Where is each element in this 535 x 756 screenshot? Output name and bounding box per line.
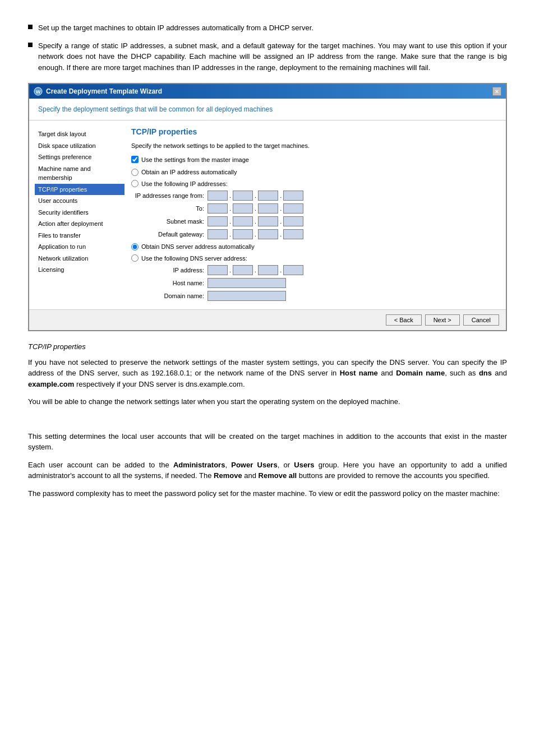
domain-row: Domain name: xyxy=(131,291,494,301)
domain-input[interactable] xyxy=(207,291,286,301)
ip-from-2[interactable] xyxy=(233,191,253,201)
radio-dns-auto-row: Obtain DNS server address automatically xyxy=(131,242,494,252)
bullet-icon-1 xyxy=(28,25,33,29)
wizard-content: TCP/IP properties Specify the network se… xyxy=(124,126,500,304)
ip-to-row: To: . . . xyxy=(131,203,494,214)
radio-obtain-auto-label: Obtain an IP address automatically xyxy=(141,168,237,177)
dns-ip-label: IP address: xyxy=(131,266,204,275)
bullet-list: Set up the target machines to obtain IP … xyxy=(28,22,507,73)
radio-dns-auto-label: Obtain DNS server address automatically xyxy=(141,242,255,252)
nav-application[interactable]: Application to run xyxy=(35,241,124,253)
bullet-icon-2 xyxy=(28,43,33,47)
ip-from-4[interactable] xyxy=(283,191,303,201)
subnet-row: Subnet mask: . . . xyxy=(131,216,494,226)
bullet-item-1: Set up the target machines to obtain IP … xyxy=(28,22,507,34)
gateway-3[interactable] xyxy=(258,229,278,239)
bullet-text-1: Set up the target machines to obtain IP … xyxy=(38,22,313,34)
radio-obtain-auto-row: Obtain an IP address automatically xyxy=(131,168,494,177)
nav-licensing[interactable]: Licensing xyxy=(35,264,124,276)
nav-security-id[interactable]: Security identifiers xyxy=(35,207,124,219)
ip-to-fields: . . . xyxy=(207,203,303,214)
wizard-dialog: W Create Deployment Template Wizard × Sp… xyxy=(28,83,507,331)
tcpip-section-title: TCP/IP properties xyxy=(28,341,507,353)
use-master-label: Use the settings from the master image xyxy=(141,155,249,165)
subnet-label: Subnet mask: xyxy=(131,217,204,226)
nav-network-util[interactable]: Network utilization xyxy=(35,253,124,265)
nav-user-accounts[interactable]: User accounts xyxy=(35,195,124,207)
radio-obtain-auto[interactable] xyxy=(131,169,139,176)
gateway-4[interactable] xyxy=(283,229,303,239)
accounts-para-2: Each user account can be added to the Ad… xyxy=(28,460,507,481)
gateway-2[interactable] xyxy=(233,229,253,239)
nav-tcpip[interactable]: TCP/IP properties xyxy=(35,184,124,196)
radio-dns-manual-row: Use the following DNS server address: xyxy=(131,254,494,263)
ip-to-2[interactable] xyxy=(233,203,253,214)
nav-target-disk[interactable]: Target disk layout xyxy=(35,128,124,140)
dns-ip-3[interactable] xyxy=(258,265,278,275)
nav-disk-space[interactable]: Disk space utilization xyxy=(35,140,124,152)
gateway-label: Default gateway: xyxy=(131,230,204,239)
ip-from-3[interactable] xyxy=(258,191,278,201)
accounts-para-1: This setting determines the local user a… xyxy=(28,431,507,453)
accounts-para-3: The password complexity has to meet the … xyxy=(28,488,507,499)
ip-from-label: IP addresses range from: xyxy=(131,191,204,201)
dns-ip-1[interactable] xyxy=(207,265,228,275)
radio-dns-manual[interactable] xyxy=(131,254,139,262)
radio-dns-manual-label: Use the following DNS server address: xyxy=(141,254,247,263)
cancel-button[interactable]: Cancel xyxy=(463,314,499,326)
nav-machine-name[interactable]: Machine name and membership xyxy=(35,163,124,184)
svg-text:W: W xyxy=(36,89,41,95)
ip-from-row: IP addresses range from: . . . xyxy=(131,191,494,201)
subnet-4[interactable] xyxy=(283,216,303,226)
dns-ip-4[interactable] xyxy=(283,265,303,275)
domain-label: Domain name: xyxy=(131,291,204,301)
ip-to-label: To: xyxy=(131,204,204,214)
ip-to-3[interactable] xyxy=(258,203,278,214)
use-master-checkbox[interactable] xyxy=(131,156,139,163)
wizard-icon: W xyxy=(34,87,43,96)
tcpip-para-2: You will be able to change the network s… xyxy=(28,396,507,407)
content-description: Specify the network settings to be appli… xyxy=(131,141,494,151)
ip-from-1[interactable] xyxy=(207,191,228,201)
wizard-subtitle: Specify the deployment settings that wil… xyxy=(29,99,506,120)
nav-files-transfer[interactable]: Files to transfer xyxy=(35,230,124,242)
dns-ip-row: IP address: . . . xyxy=(131,265,494,275)
radio-use-following-row: Use the following IP addresses: xyxy=(131,179,494,189)
subnet-1[interactable] xyxy=(207,216,228,226)
bullet-text-2: Specify a range of static IP addresses, … xyxy=(38,40,507,73)
radio-dns-auto[interactable] xyxy=(131,243,139,251)
close-button[interactable]: × xyxy=(492,87,501,96)
wizard-body: Target disk layout Disk space utilizatio… xyxy=(29,120,506,309)
wizard-footer: < Back Next > Cancel xyxy=(29,309,506,330)
use-master-checkbox-row: Use the settings from the master image xyxy=(131,155,494,165)
tcpip-para-1: If you have not selected to preserve the… xyxy=(28,357,507,390)
ip-from-fields: . . . xyxy=(207,191,303,201)
host-row: Host name: xyxy=(131,278,494,288)
back-button[interactable]: < Back xyxy=(386,314,422,326)
ip-to-1[interactable] xyxy=(207,203,228,214)
next-button[interactable]: Next > xyxy=(425,314,460,326)
dns-ip-2[interactable] xyxy=(233,265,253,275)
host-label: Host name: xyxy=(131,279,204,288)
wizard-titlebar: W Create Deployment Template Wizard × xyxy=(29,84,506,99)
radio-use-following[interactable] xyxy=(131,180,139,187)
wizard-title: Create Deployment Template Wizard xyxy=(46,86,162,96)
titlebar-left: W Create Deployment Template Wizard xyxy=(34,86,162,96)
host-input[interactable] xyxy=(207,278,286,288)
bullet-item-2: Specify a range of static IP addresses, … xyxy=(28,40,507,73)
subnet-2[interactable] xyxy=(233,216,253,226)
gateway-1[interactable] xyxy=(207,229,228,239)
content-heading: TCP/IP properties xyxy=(131,126,494,138)
radio-use-following-label: Use the following IP addresses: xyxy=(141,179,228,189)
ip-to-4[interactable] xyxy=(283,203,303,214)
wizard-nav: Target disk layout Disk space utilizatio… xyxy=(35,126,124,304)
nav-settings-pref[interactable]: Settings preference xyxy=(35,151,124,163)
gateway-fields: . . . xyxy=(207,229,303,239)
subnet-3[interactable] xyxy=(258,216,278,226)
spacer-1 xyxy=(28,414,507,431)
dns-ip-fields: . . . xyxy=(207,265,303,275)
subnet-fields: . . . xyxy=(207,216,303,226)
gateway-row: Default gateway: . . . xyxy=(131,229,494,239)
nav-action-after[interactable]: Action after deployment xyxy=(35,218,124,230)
